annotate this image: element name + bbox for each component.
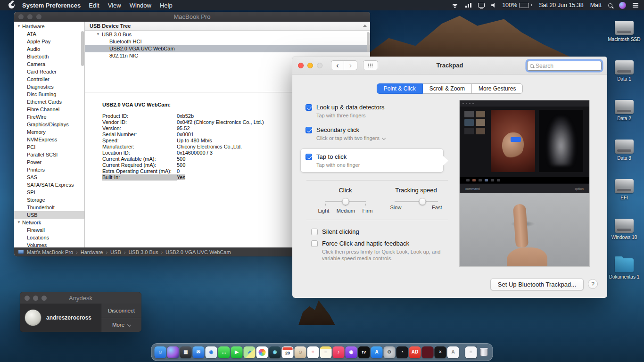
disclosure-triangle-icon[interactable]: ▼ xyxy=(96,31,100,38)
sidebar-item[interactable]: Thunderbolt xyxy=(14,204,84,211)
sidebar-item[interactable]: Ethernet Cards xyxy=(14,98,84,106)
window-titlebar[interactable]: ‹ › Trackpad xyxy=(292,57,607,74)
dock-icon-mail[interactable]: ✉ xyxy=(193,346,205,358)
dock-icon-reminders[interactable]: ≡ xyxy=(307,346,319,358)
siri-icon[interactable] xyxy=(619,2,626,9)
window-titlebar[interactable]: MacBook Pro xyxy=(14,12,370,22)
dock-icon-finder[interactable]: ☺ xyxy=(155,346,166,358)
desktop-icon[interactable]: Dokumentas 1 xyxy=(606,258,643,298)
breadcrumb-item[interactable]: Matt's MacBook Pro xyxy=(27,249,73,255)
notification-center-icon[interactable] xyxy=(633,3,638,4)
checkbox[interactable] xyxy=(305,127,312,133)
dock-icon-anydesk[interactable]: AD xyxy=(409,346,421,358)
battery-menu[interactable]: 100% xyxy=(502,2,532,8)
dock-icon-podcasts[interactable]: ◉ xyxy=(346,346,357,358)
sidebar-item[interactable]: Power xyxy=(14,158,84,166)
sidebar-item[interactable]: NVMExpress xyxy=(14,136,84,143)
dock-icon-notes[interactable]: ≡ xyxy=(320,346,332,358)
dock-icon-photo-booth[interactable]: ◉ xyxy=(269,346,281,358)
sidebar-item[interactable]: Diagnostics xyxy=(14,83,84,90)
slider-thumb[interactable] xyxy=(419,198,426,205)
sidebar-item[interactable]: FireWire xyxy=(14,113,84,121)
help-button[interactable]: ? xyxy=(588,279,598,289)
desktop-icon[interactable]: Data 3 xyxy=(606,140,643,179)
dock-icon-calendar[interactable]: 20 xyxy=(282,346,294,358)
apple-menu-icon[interactable] xyxy=(8,2,15,8)
dock-icon-launchpad[interactable]: ▦ xyxy=(180,346,192,358)
app-menu-title[interactable]: System Preferences xyxy=(22,2,81,9)
breadcrumb-item[interactable]: USB 3.0 Bus xyxy=(121,249,158,255)
tree-item[interactable]: USB2.0 VGA UVC WebCam xyxy=(85,45,370,52)
tab[interactable]: Scroll & Zoom xyxy=(423,83,472,94)
dock-icon-messages[interactable]: … xyxy=(218,346,230,358)
dock-icon-facetime[interactable]: ▶ xyxy=(231,346,243,358)
dock-icon-system-preferences[interactable]: ⚙ xyxy=(384,346,396,358)
tree-root-row[interactable]: ▼USB 3.0 Bus xyxy=(85,31,370,38)
tree-scrollbar[interactable] xyxy=(367,32,370,52)
sidebar-item[interactable]: Volumes xyxy=(14,241,84,249)
dock-icon-music[interactable]: ♪ xyxy=(333,346,345,358)
disconnect-button[interactable]: Disconnect xyxy=(101,304,141,318)
sidebar-section-hardware[interactable]: ▼Hardware xyxy=(14,23,84,30)
desktop-icon[interactable]: Data 1 xyxy=(606,60,643,100)
dock-icon-contacts[interactable]: ☺ xyxy=(295,346,306,358)
tab[interactable]: More Gestures xyxy=(472,83,523,94)
volume-icon[interactable] xyxy=(491,3,495,8)
sidebar-item[interactable]: SPI xyxy=(14,189,84,196)
dock-icon-siri[interactable] xyxy=(167,346,179,358)
sidebar-item[interactable]: Storage xyxy=(14,196,84,204)
dock-icon-clock[interactable]: ◔ xyxy=(396,346,408,358)
tab[interactable]: Point & Click xyxy=(377,83,423,94)
dock-icon-safari[interactable]: ◉ xyxy=(206,346,217,358)
search-field[interactable] xyxy=(527,61,602,71)
chevron-down-icon[interactable] xyxy=(382,136,386,140)
desktop-icon[interactable]: Windows 10 xyxy=(606,219,643,258)
setup-bluetooth-trackpad-button[interactable]: Set Up Bluetooth Trackpad... xyxy=(490,279,584,290)
sidebar-item[interactable]: Fibre Channel xyxy=(14,106,84,113)
sidebar-item[interactable]: USB xyxy=(14,211,84,219)
checkbox[interactable] xyxy=(305,104,312,111)
wifi-icon[interactable] xyxy=(451,2,459,8)
breadcrumb-item[interactable]: USB2.0 VGA UVC WebCam xyxy=(158,249,231,255)
sidebar-item[interactable]: ATA xyxy=(14,30,84,38)
tracking-speed-slider[interactable] xyxy=(395,201,438,202)
sidebar-item[interactable]: Bluetooth xyxy=(14,53,84,60)
click-slider[interactable] xyxy=(325,201,366,202)
more-button[interactable]: More xyxy=(101,318,141,332)
dock-icon-app-dark-red[interactable] xyxy=(422,346,434,358)
menu-item[interactable]: View xyxy=(108,2,121,9)
sidebar-item[interactable]: Parallel SCSI xyxy=(14,151,84,158)
sidebar-item[interactable]: Graphics/Displays xyxy=(14,121,84,128)
sidebar-item[interactable]: Camera xyxy=(14,60,84,68)
sidebar-item[interactable]: Controller xyxy=(14,75,84,83)
checkbox[interactable] xyxy=(311,240,318,247)
spotlight-icon[interactable] xyxy=(608,3,612,8)
sidebar-item[interactable]: Memory xyxy=(14,128,84,136)
sidebar-item[interactable]: Disc Burning xyxy=(14,90,84,98)
dock-icon-maps[interactable]: ⇗ xyxy=(244,346,256,358)
dock-icon-document[interactable]: ≡ xyxy=(465,346,477,358)
sidebar-item[interactable]: PCI xyxy=(14,143,84,151)
breadcrumb-item[interactable]: Hardware xyxy=(73,249,103,255)
sidebar-item[interactable]: Firewall xyxy=(14,226,84,234)
menu-item[interactable]: Edit xyxy=(89,2,99,9)
menu-item[interactable]: Help xyxy=(160,2,173,9)
user-menu[interactable]: Matt xyxy=(590,2,602,8)
checkbox[interactable] xyxy=(305,154,312,160)
dock-icon-app-black[interactable]: × xyxy=(435,346,446,358)
window-titlebar[interactable]: Anydesk xyxy=(20,292,141,304)
slider-thumb[interactable] xyxy=(342,198,349,205)
sidebar-item[interactable]: SAS xyxy=(14,173,84,181)
checkbox[interactable] xyxy=(311,229,318,235)
dock-icon-tv[interactable]: tv xyxy=(358,346,370,358)
sidebar-item[interactable]: Apple Pay xyxy=(14,38,84,45)
breadcrumb-item[interactable]: USB xyxy=(103,249,121,255)
scroll-up-icon[interactable] xyxy=(363,25,367,27)
search-input[interactable] xyxy=(536,63,599,69)
sidebar-item[interactable]: Printers xyxy=(14,166,84,173)
dock-icon-photos[interactable] xyxy=(256,346,268,358)
sidebar-scrollbar[interactable] xyxy=(81,31,84,66)
sidebar-item[interactable]: Card Reader xyxy=(14,68,84,75)
sidebar-section-network[interactable]: ▼Network xyxy=(14,219,84,226)
sidebar-item[interactable]: SATA/SATA Express xyxy=(14,181,84,189)
